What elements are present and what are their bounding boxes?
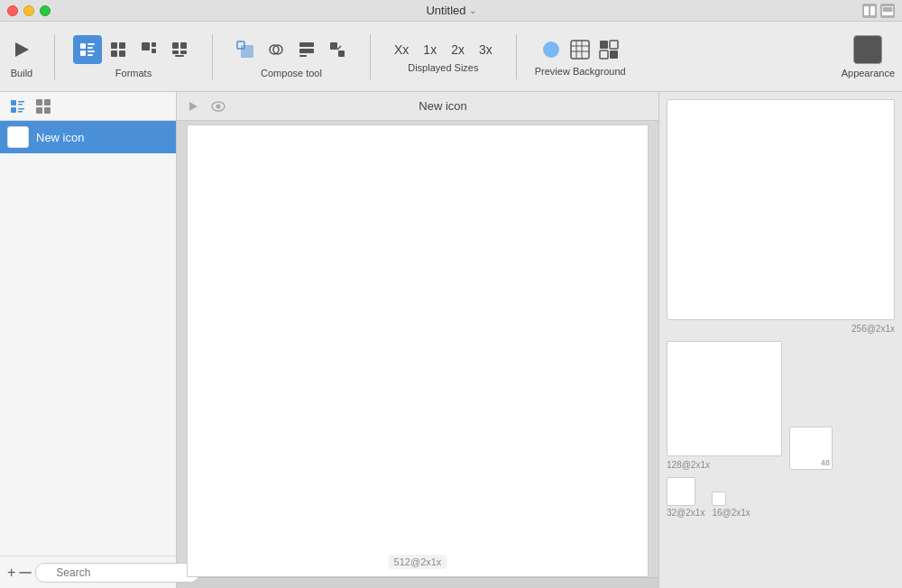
- svg-rect-8: [80, 51, 86, 56]
- close-button[interactable]: [7, 5, 18, 16]
- sidebar-list-view-button[interactable]: [7, 96, 29, 117]
- fullscreen-icon[interactable]: [880, 4, 895, 18]
- size-xx-button[interactable]: Xx: [389, 41, 414, 59]
- sidebar-item-label: New icon: [36, 131, 84, 144]
- minimize-button[interactable]: [23, 5, 34, 16]
- preview-256-label: 256@2x1x: [667, 324, 895, 334]
- toolbar: Build: [0, 22, 902, 92]
- svg-rect-40: [610, 41, 618, 49]
- maximize-button[interactable]: [40, 5, 51, 16]
- svg-rect-50: [44, 99, 51, 106]
- svg-rect-52: [44, 107, 51, 114]
- preview-16: [712, 492, 726, 506]
- sidebar-grid-view-button[interactable]: [32, 96, 54, 117]
- appearance-label: Appearance: [842, 68, 895, 78]
- format-compose-button[interactable]: [134, 35, 163, 64]
- window-title: Untitled ⌄: [426, 4, 475, 17]
- svg-rect-13: [111, 51, 117, 57]
- svg-rect-9: [87, 51, 95, 52]
- compose-scale-button[interactable]: [323, 35, 352, 64]
- svg-line-32: [337, 46, 341, 50]
- preview-32: [667, 477, 695, 506]
- sidebar-item-icon: [7, 126, 29, 148]
- svg-rect-10: [87, 54, 93, 56]
- svg-rect-34: [571, 41, 589, 59]
- size-3x-button[interactable]: 3x: [474, 41, 498, 59]
- preview-col-48: 48: [789, 427, 833, 470]
- canvas-scrollbar[interactable]: [177, 577, 658, 588]
- compose-overlay-button[interactable]: [262, 35, 290, 64]
- search-wrapper: 🔍: [35, 563, 199, 583]
- svg-rect-53: [19, 572, 32, 574]
- svg-rect-44: [18, 101, 24, 103]
- preview-32-label: 32@2x1x: [667, 508, 704, 518]
- canvas-body: 512@2x1x: [177, 121, 658, 577]
- svg-rect-31: [338, 51, 345, 57]
- preview-128-label: 128@2x1x: [667, 460, 782, 470]
- svg-rect-18: [172, 42, 179, 49]
- size-2x-button[interactable]: 2x: [446, 41, 470, 59]
- svg-rect-5: [80, 43, 86, 49]
- svg-rect-46: [11, 107, 16, 113]
- size-buttons: Xx 1x 2x 3x: [389, 41, 498, 59]
- canvas-play-button[interactable]: [184, 97, 202, 115]
- preview-48-badge: 48: [821, 458, 830, 467]
- search-input[interactable]: [35, 563, 199, 583]
- separator-4: [516, 34, 517, 79]
- svg-rect-22: [175, 55, 184, 57]
- format-export-button[interactable]: [165, 35, 194, 64]
- compose-tool-group: Compose tool: [231, 35, 352, 78]
- preview-16-label: 16@2x1x: [712, 508, 750, 518]
- formats-group: Formats: [73, 35, 194, 78]
- preview-col-32: 32@2x1x: [667, 477, 704, 518]
- add-icon-button[interactable]: +: [7, 564, 15, 582]
- title-bar: Untitled ⌄: [0, 0, 902, 22]
- svg-rect-17: [152, 49, 156, 53]
- svg-rect-21: [180, 51, 187, 54]
- appearance-swatch[interactable]: [853, 35, 882, 64]
- separator-1: [54, 34, 55, 79]
- remove-icon-button[interactable]: [19, 564, 32, 582]
- preview-row-128: 128@2x1x 48: [667, 341, 895, 470]
- preview-bg-squares-button[interactable]: [596, 37, 621, 62]
- canvas-title: New icon: [235, 99, 651, 113]
- sidebar-item-new-icon[interactable]: New icon: [0, 121, 176, 153]
- separator-2: [212, 34, 213, 79]
- canvas-eye-button[interactable]: [209, 97, 227, 115]
- svg-rect-39: [600, 41, 608, 49]
- sizes-label: Displayed Sizes: [408, 62, 478, 73]
- sidebar: New icon + 🔍: [0, 92, 177, 588]
- svg-rect-42: [610, 51, 618, 59]
- svg-marker-4: [15, 42, 29, 57]
- split-view-icon[interactable]: [862, 4, 877, 18]
- compose-stack-button[interactable]: [292, 35, 321, 64]
- preview-128: [667, 341, 782, 456]
- svg-rect-47: [18, 108, 24, 110]
- preview-bg-grid-button[interactable]: [567, 37, 593, 62]
- displayed-sizes-group: Xx 1x 2x 3x Displayed Sizes: [389, 41, 498, 73]
- svg-rect-7: [87, 47, 93, 49]
- preview-bg-circle-button[interactable]: [538, 37, 564, 62]
- svg-rect-0: [864, 6, 869, 15]
- preview-row-small: 32@2x1x 16@2x1x: [667, 477, 895, 518]
- appearance-group: Appearance: [842, 35, 895, 78]
- svg-rect-19: [180, 42, 187, 49]
- compose-tool-button[interactable]: [231, 35, 260, 64]
- build-label: Build: [11, 68, 32, 78]
- svg-rect-51: [36, 107, 42, 114]
- build-button[interactable]: [7, 35, 36, 64]
- svg-rect-20: [172, 51, 179, 54]
- preview-col-128: 128@2x1x: [667, 341, 782, 470]
- format-grid-button[interactable]: [104, 35, 133, 64]
- svg-rect-45: [18, 104, 23, 106]
- svg-rect-14: [119, 51, 125, 57]
- preview-col-16: 16@2x1x: [712, 492, 750, 518]
- compose-icons: [231, 35, 352, 64]
- main-content: New icon + 🔍: [0, 92, 902, 588]
- svg-rect-30: [330, 42, 337, 50]
- preview-bg-icons: [538, 37, 621, 62]
- canvas-drawing-area[interactable]: 512@2x1x: [187, 124, 649, 577]
- size-1x-button[interactable]: 1x: [418, 41, 442, 59]
- format-list-button[interactable]: [73, 35, 102, 64]
- svg-rect-12: [119, 42, 125, 49]
